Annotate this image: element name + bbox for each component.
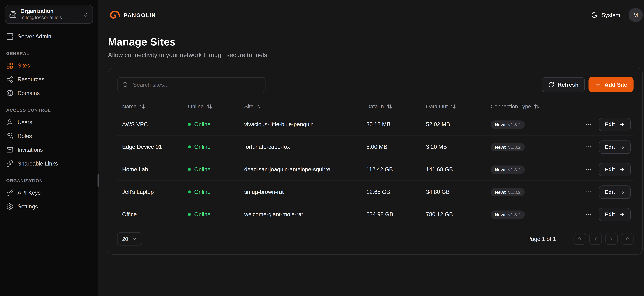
refresh-button[interactable]: Refresh [542,77,585,92]
card-toolbar: Refresh Add Site [117,77,634,92]
last-page-button[interactable] [621,233,634,245]
sort-icon [206,104,212,109]
sidebar-item-users[interactable]: Users [5,116,93,129]
edit-button[interactable]: Edit [599,118,630,131]
sidebar-item-api-keys[interactable]: API Keys [5,186,93,200]
column-header-data-in[interactable]: Data In [366,103,426,110]
sidebar-item-label: Shareable Links [18,160,58,167]
first-page-button[interactable] [574,233,586,245]
row-menu-button[interactable] [584,210,593,219]
column-label: Connection Type [490,103,531,110]
site-name: Office [122,211,188,218]
status-badge: Online [188,121,244,128]
data-in-value: 112.42 GB [366,166,426,172]
row-menu-button[interactable] [584,188,593,196]
sidebar-item-sites[interactable]: Sites [5,59,93,72]
sidebar-item-label: Users [18,119,32,126]
table-row: Office Online welcome-giant-mole-rat 534… [117,203,634,226]
sidebar-item-domains[interactable]: Domains [5,86,93,100]
row-menu-button[interactable] [584,142,593,151]
edit-button[interactable]: Edit [599,163,630,176]
arrow-right-icon [619,212,624,217]
arrow-right-icon [619,166,624,172]
sidebar-item-invitations[interactable]: Invitations [5,143,93,157]
brand-name: PANGOLIN [124,12,156,18]
status-badge: Online [188,189,244,195]
edit-button[interactable]: Edit [599,185,630,198]
sidebar-item-resources[interactable]: Resources [5,72,93,86]
column-header-site[interactable]: Site [244,103,366,110]
page-size-value: 20 [122,236,128,242]
edit-button[interactable]: Edit [599,140,630,154]
table-row: Jeff's Laptop Online smug-brown-rat 12.6… [117,180,634,203]
search-icon [122,82,128,88]
edit-label: Edit [605,211,615,218]
sidebar-item-server-admin[interactable]: Server Admin [5,30,93,44]
arrow-right-icon [619,122,624,127]
edit-button[interactable]: Edit [599,208,630,221]
site-slug: fortunate-cape-fox [244,144,366,150]
chevrons-up-down-icon [83,12,89,17]
scrollbar-thumb[interactable] [98,174,99,187]
search-input[interactable] [132,81,260,88]
sites-card: Refresh Add Site Name [108,68,643,255]
connection-name: Newt [495,122,506,127]
status-badge: Online [188,211,244,218]
sidebar-item-label: Sites [18,62,30,69]
sidebar-item-shareable-links[interactable]: Shareable Links [5,157,93,170]
chevron-right-icon [608,236,614,242]
row-menu-button[interactable] [584,165,593,174]
status-badge: Online [188,144,244,150]
connection-version: v1.3.2 [508,212,521,217]
page-indicator: Page 1 of 1 [527,236,556,242]
page-size-select[interactable]: 20 [117,232,142,246]
connection-name: Newt [495,212,506,217]
previous-page-button[interactable] [590,233,602,245]
table-row: AWS VPC Online vivacious-little-blue-pen… [117,113,634,136]
edit-label: Edit [605,121,615,128]
add-site-button[interactable]: Add Site [588,77,634,92]
column-label: Data In [366,103,384,110]
key-icon [6,189,14,196]
avatar[interactable]: M [628,8,643,22]
org-selector[interactable]: Organization milo@fossorial.io's ... [5,5,93,24]
data-out-value: 34.80 GB [426,189,490,195]
status-label: Online [194,211,210,218]
sidebar-item-roles[interactable]: Roles [5,129,93,143]
theme-toggle-button[interactable]: System [591,12,620,18]
site-slug: smug-brown-rat [244,189,366,195]
data-in-value: 534.98 GB [366,211,426,218]
sort-icon [450,104,456,109]
edit-label: Edit [605,189,615,195]
status-label: Online [194,166,210,172]
column-header-name[interactable]: Name [122,103,188,110]
online-dot-icon [188,146,191,148]
online-dot-icon [188,123,191,126]
next-page-button[interactable] [605,233,618,245]
column-header-connection-type[interactable]: Connection Type [490,103,584,110]
row-menu-button[interactable] [584,120,593,129]
connection-version: v1.3.2 [508,167,521,172]
data-in-value: 30.12 MB [366,121,426,128]
status-label: Online [194,189,210,195]
connection-name: Newt [495,167,506,172]
share-nodes-icon [6,76,14,83]
theme-label: System [601,12,620,18]
section-label-access-control: ACCESS CONTROL [6,108,92,112]
search-box [117,77,266,92]
sidebar-item-label: Resources [18,76,44,82]
sidebar-item-settings[interactable]: Settings [5,200,93,214]
connection-type-badge: Newtv1.3.2 [490,188,525,196]
site-slug: vivacious-little-blue-penguin [244,121,366,128]
column-label: Name [122,103,136,110]
organization-icon [9,11,16,18]
column-header-data-out[interactable]: Data Out [426,103,490,110]
section-label-general: GENERAL [6,51,92,56]
link-icon [6,160,14,167]
server-icon [6,33,14,40]
sidebar: Organization milo@fossorial.io's ... Ser… [0,0,98,296]
sidebar-nav: Server Admin GENERAL Sites Resources Do [5,30,93,214]
data-out-value: 780.12 GB [426,211,490,218]
column-header-online[interactable]: Online [188,103,244,110]
sidebar-item-label: Domains [18,90,40,96]
